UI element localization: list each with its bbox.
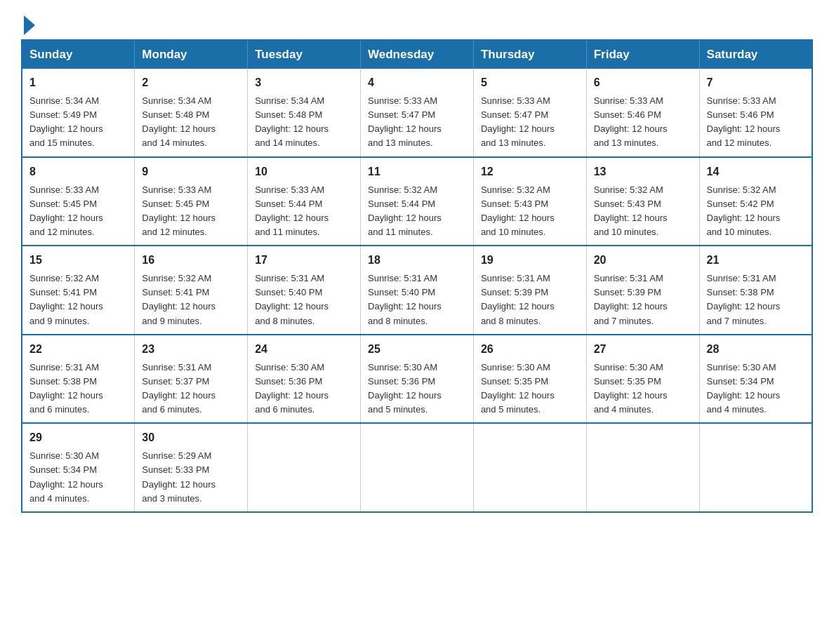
weekday-header-friday: Friday bbox=[586, 40, 699, 69]
calendar-cell: 12Sunrise: 5:32 AMSunset: 5:43 PMDayligh… bbox=[473, 157, 586, 246]
cell-sun-info: Sunrise: 5:31 AMSunset: 5:39 PMDaylight:… bbox=[594, 271, 692, 328]
calendar-cell: 18Sunrise: 5:31 AMSunset: 5:40 PMDayligh… bbox=[361, 246, 474, 335]
calendar-cell: 7Sunrise: 5:33 AMSunset: 5:46 PMDaylight… bbox=[699, 69, 812, 157]
day-number: 25 bbox=[368, 341, 466, 358]
weekday-header-monday: Monday bbox=[135, 40, 248, 69]
day-number: 6 bbox=[594, 74, 692, 91]
day-number: 11 bbox=[368, 163, 466, 180]
day-number: 5 bbox=[481, 74, 579, 91]
cell-sun-info: Sunrise: 5:32 AMSunset: 5:41 PMDaylight:… bbox=[29, 271, 127, 328]
day-number: 18 bbox=[368, 252, 466, 269]
cell-sun-info: Sunrise: 5:34 AMSunset: 5:48 PMDaylight:… bbox=[142, 94, 240, 151]
calendar-cell: 21Sunrise: 5:31 AMSunset: 5:38 PMDayligh… bbox=[699, 246, 812, 335]
day-number: 4 bbox=[368, 74, 466, 91]
calendar-week-row: 1Sunrise: 5:34 AMSunset: 5:49 PMDaylight… bbox=[22, 69, 812, 157]
day-number: 22 bbox=[29, 341, 127, 358]
cell-sun-info: Sunrise: 5:33 AMSunset: 5:45 PMDaylight:… bbox=[29, 183, 127, 240]
calendar-week-row: 15Sunrise: 5:32 AMSunset: 5:41 PMDayligh… bbox=[22, 246, 812, 335]
calendar-cell: 26Sunrise: 5:30 AMSunset: 5:35 PMDayligh… bbox=[473, 335, 586, 424]
calendar-cell: 6Sunrise: 5:33 AMSunset: 5:46 PMDaylight… bbox=[586, 69, 699, 157]
weekday-header-tuesday: Tuesday bbox=[248, 40, 361, 69]
cell-sun-info: Sunrise: 5:30 AMSunset: 5:34 PMDaylight:… bbox=[29, 449, 127, 506]
calendar-cell: 25Sunrise: 5:30 AMSunset: 5:36 PMDayligh… bbox=[361, 335, 474, 424]
calendar-cell bbox=[699, 423, 812, 512]
day-number: 23 bbox=[142, 341, 240, 358]
cell-sun-info: Sunrise: 5:31 AMSunset: 5:37 PMDaylight:… bbox=[142, 361, 240, 417]
cell-sun-info: Sunrise: 5:33 AMSunset: 5:47 PMDaylight:… bbox=[481, 94, 579, 151]
calendar-table: SundayMondayTuesdayWednesdayThursdayFrid… bbox=[21, 39, 813, 513]
calendar-week-row: 8Sunrise: 5:33 AMSunset: 5:45 PMDaylight… bbox=[22, 157, 812, 246]
day-number: 2 bbox=[142, 74, 240, 91]
calendar-cell: 3Sunrise: 5:34 AMSunset: 5:48 PMDaylight… bbox=[248, 69, 361, 157]
day-number: 20 bbox=[594, 252, 692, 269]
day-number: 15 bbox=[29, 252, 127, 269]
cell-sun-info: Sunrise: 5:31 AMSunset: 5:38 PMDaylight:… bbox=[707, 271, 805, 328]
day-number: 9 bbox=[142, 163, 240, 180]
calendar-cell: 16Sunrise: 5:32 AMSunset: 5:41 PMDayligh… bbox=[135, 246, 248, 335]
cell-sun-info: Sunrise: 5:32 AMSunset: 5:43 PMDaylight:… bbox=[594, 183, 692, 240]
calendar-cell: 2Sunrise: 5:34 AMSunset: 5:48 PMDaylight… bbox=[135, 69, 248, 157]
calendar-cell: 4Sunrise: 5:33 AMSunset: 5:47 PMDaylight… bbox=[361, 69, 474, 157]
calendar-cell: 30Sunrise: 5:29 AMSunset: 5:33 PMDayligh… bbox=[135, 423, 248, 512]
cell-sun-info: Sunrise: 5:33 AMSunset: 5:46 PMDaylight:… bbox=[707, 94, 805, 151]
calendar-cell bbox=[248, 423, 361, 512]
calendar-cell: 15Sunrise: 5:32 AMSunset: 5:41 PMDayligh… bbox=[22, 246, 135, 335]
day-number: 10 bbox=[255, 163, 353, 180]
page-header bbox=[21, 14, 813, 32]
calendar-cell: 8Sunrise: 5:33 AMSunset: 5:45 PMDaylight… bbox=[22, 157, 135, 246]
day-number: 16 bbox=[142, 252, 240, 269]
calendar-cell: 5Sunrise: 5:33 AMSunset: 5:47 PMDaylight… bbox=[473, 69, 586, 157]
calendar-cell: 28Sunrise: 5:30 AMSunset: 5:34 PMDayligh… bbox=[699, 335, 812, 424]
calendar-week-row: 22Sunrise: 5:31 AMSunset: 5:38 PMDayligh… bbox=[22, 335, 812, 424]
day-number: 28 bbox=[707, 341, 805, 358]
day-number: 3 bbox=[255, 74, 353, 91]
cell-sun-info: Sunrise: 5:33 AMSunset: 5:47 PMDaylight:… bbox=[368, 94, 466, 151]
calendar-cell bbox=[586, 423, 699, 512]
day-number: 30 bbox=[142, 429, 240, 446]
day-number: 12 bbox=[481, 163, 579, 180]
calendar-cell bbox=[361, 423, 474, 512]
calendar-cell: 24Sunrise: 5:30 AMSunset: 5:36 PMDayligh… bbox=[248, 335, 361, 424]
cell-sun-info: Sunrise: 5:30 AMSunset: 5:35 PMDaylight:… bbox=[594, 361, 692, 417]
logo bbox=[21, 14, 35, 32]
cell-sun-info: Sunrise: 5:30 AMSunset: 5:34 PMDaylight:… bbox=[707, 361, 805, 417]
calendar-cell bbox=[473, 423, 586, 512]
calendar-cell: 22Sunrise: 5:31 AMSunset: 5:38 PMDayligh… bbox=[22, 335, 135, 424]
calendar-cell: 10Sunrise: 5:33 AMSunset: 5:44 PMDayligh… bbox=[248, 157, 361, 246]
calendar-cell: 19Sunrise: 5:31 AMSunset: 5:39 PMDayligh… bbox=[473, 246, 586, 335]
calendar-cell: 20Sunrise: 5:31 AMSunset: 5:39 PMDayligh… bbox=[586, 246, 699, 335]
cell-sun-info: Sunrise: 5:30 AMSunset: 5:35 PMDaylight:… bbox=[481, 361, 579, 417]
cell-sun-info: Sunrise: 5:31 AMSunset: 5:38 PMDaylight:… bbox=[29, 361, 127, 417]
cell-sun-info: Sunrise: 5:34 AMSunset: 5:48 PMDaylight:… bbox=[255, 94, 353, 151]
calendar-cell: 27Sunrise: 5:30 AMSunset: 5:35 PMDayligh… bbox=[586, 335, 699, 424]
day-number: 17 bbox=[255, 252, 353, 269]
calendar-week-row: 29Sunrise: 5:30 AMSunset: 5:34 PMDayligh… bbox=[22, 423, 812, 512]
cell-sun-info: Sunrise: 5:29 AMSunset: 5:33 PMDaylight:… bbox=[142, 449, 240, 506]
cell-sun-info: Sunrise: 5:30 AMSunset: 5:36 PMDaylight:… bbox=[368, 361, 466, 417]
cell-sun-info: Sunrise: 5:32 AMSunset: 5:44 PMDaylight:… bbox=[368, 183, 466, 240]
cell-sun-info: Sunrise: 5:32 AMSunset: 5:42 PMDaylight:… bbox=[707, 183, 805, 240]
logo-arrow-icon bbox=[24, 15, 35, 35]
cell-sun-info: Sunrise: 5:32 AMSunset: 5:43 PMDaylight:… bbox=[481, 183, 579, 240]
day-number: 1 bbox=[29, 74, 127, 91]
day-number: 14 bbox=[707, 163, 805, 180]
cell-sun-info: Sunrise: 5:33 AMSunset: 5:46 PMDaylight:… bbox=[594, 94, 692, 151]
cell-sun-info: Sunrise: 5:30 AMSunset: 5:36 PMDaylight:… bbox=[255, 361, 353, 417]
cell-sun-info: Sunrise: 5:31 AMSunset: 5:39 PMDaylight:… bbox=[481, 271, 579, 328]
day-number: 7 bbox=[707, 74, 805, 91]
calendar-cell: 13Sunrise: 5:32 AMSunset: 5:43 PMDayligh… bbox=[586, 157, 699, 246]
calendar-header-row: SundayMondayTuesdayWednesdayThursdayFrid… bbox=[22, 40, 812, 69]
cell-sun-info: Sunrise: 5:32 AMSunset: 5:41 PMDaylight:… bbox=[142, 271, 240, 328]
cell-sun-info: Sunrise: 5:31 AMSunset: 5:40 PMDaylight:… bbox=[255, 271, 353, 328]
weekday-header-thursday: Thursday bbox=[473, 40, 586, 69]
calendar-cell: 1Sunrise: 5:34 AMSunset: 5:49 PMDaylight… bbox=[22, 69, 135, 157]
day-number: 8 bbox=[29, 163, 127, 180]
cell-sun-info: Sunrise: 5:33 AMSunset: 5:44 PMDaylight:… bbox=[255, 183, 353, 240]
day-number: 13 bbox=[594, 163, 692, 180]
calendar-cell: 14Sunrise: 5:32 AMSunset: 5:42 PMDayligh… bbox=[699, 157, 812, 246]
weekday-header-sunday: Sunday bbox=[22, 40, 135, 69]
day-number: 29 bbox=[29, 429, 127, 446]
calendar-cell: 9Sunrise: 5:33 AMSunset: 5:45 PMDaylight… bbox=[135, 157, 248, 246]
calendar-cell: 29Sunrise: 5:30 AMSunset: 5:34 PMDayligh… bbox=[22, 423, 135, 512]
cell-sun-info: Sunrise: 5:34 AMSunset: 5:49 PMDaylight:… bbox=[29, 94, 127, 151]
